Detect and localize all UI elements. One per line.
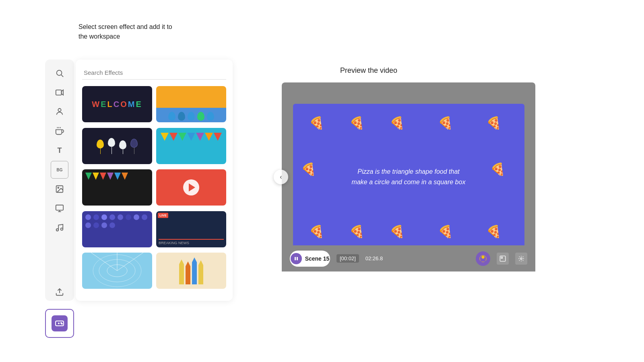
time-current: [00:02] bbox=[336, 254, 359, 263]
svg-point-29 bbox=[481, 255, 484, 258]
svg-line-22 bbox=[117, 253, 143, 271]
instruction-text: Select screen effect and add it to the w… bbox=[78, 22, 172, 41]
fullscreen-icon[interactable] bbox=[497, 253, 509, 265]
video-text-line2: make a circle and come in a square box bbox=[352, 179, 466, 185]
effects-grid: WELCOME bbox=[82, 86, 226, 290]
preview-label: Preview the video bbox=[340, 66, 397, 75]
effects-game-icon bbox=[52, 315, 68, 331]
sidebar-item-image[interactable] bbox=[51, 180, 68, 198]
time-total: 02:26.8 bbox=[365, 255, 383, 261]
pizza-emoji-8: 🍕 bbox=[309, 224, 324, 239]
instruction-line2: the workspace bbox=[78, 33, 120, 40]
svg-rect-2 bbox=[56, 90, 62, 95]
sidebar-item-text[interactable]: T bbox=[51, 142, 68, 159]
effect-thumb-dark-balloons[interactable] bbox=[82, 128, 152, 164]
svg-point-14 bbox=[61, 228, 63, 230]
sidebar-item-bg[interactable]: BG bbox=[51, 161, 68, 179]
svg-rect-27 bbox=[295, 257, 296, 260]
sidebar-item-video[interactable] bbox=[51, 84, 68, 101]
avatar-icon[interactable] bbox=[476, 251, 490, 266]
pizza-emoji-10: 🍕 bbox=[390, 224, 405, 239]
pizza-emoji-2: 🍕 bbox=[349, 116, 364, 130]
sidebar-item-screen[interactable] bbox=[51, 200, 68, 217]
svg-point-13 bbox=[56, 229, 59, 231]
svg-rect-10 bbox=[56, 205, 63, 210]
svg-point-0 bbox=[57, 70, 62, 76]
scene-label: Scene 15 bbox=[305, 255, 330, 262]
video-controls: Scene 15 [00:02] 02:26.8 bbox=[282, 245, 535, 272]
pizza-emoji-12: 🍕 bbox=[486, 224, 501, 239]
effect-thumb-dark-banners[interactable] bbox=[82, 169, 152, 206]
svg-point-4 bbox=[58, 109, 61, 111]
pizza-emoji-9: 🍕 bbox=[349, 224, 364, 239]
effect-thumb-polka[interactable] bbox=[82, 211, 152, 247]
svg-point-19 bbox=[62, 323, 62, 324]
pizza-emoji-11: 🍕 bbox=[438, 224, 453, 239]
pizza-emoji-1: 🍕 bbox=[309, 116, 324, 130]
effect-thumb-party-flags[interactable] bbox=[156, 128, 226, 164]
effect-thumb-red-play[interactable] bbox=[156, 169, 226, 206]
sidebar-item-music[interactable] bbox=[51, 219, 68, 237]
effect-thumb-news[interactable]: LIVE BREAKING NEWS bbox=[156, 211, 226, 247]
pizza-emoji-3: 🍕 bbox=[390, 116, 405, 130]
video-frame: 🍕 🍕 🍕 🍕 🍕 🍕 🍕 🍕 🍕 🍕 🍕 🍕 Pizza is the tri… bbox=[293, 104, 524, 251]
pizza-emoji-7: 🍕 bbox=[490, 162, 505, 176]
sidebar: T BG bbox=[45, 60, 74, 301]
preview-container: ‹ 🍕 🍕 🍕 🍕 🍕 🍕 🍕 🍕 🍕 🍕 🍕 🍕 Pizza is the t… bbox=[282, 82, 535, 272]
effect-thumb-spider[interactable] bbox=[82, 253, 152, 289]
nav-arrow-left[interactable]: ‹ bbox=[274, 170, 288, 184]
video-center-text: Pizza is the triangle shape food that ma… bbox=[352, 167, 466, 187]
sidebar-item-upload[interactable] bbox=[45, 283, 74, 301]
sidebar-item-search[interactable] bbox=[51, 64, 68, 82]
pizza-emoji-5: 🍕 bbox=[486, 116, 501, 130]
svg-point-9 bbox=[58, 187, 59, 188]
svg-point-33 bbox=[520, 258, 522, 259]
sidebar-item-person[interactable] bbox=[51, 103, 68, 121]
video-text-line1: Pizza is the triangle shape food that bbox=[357, 168, 460, 175]
pizza-emoji-6: 🍕 bbox=[301, 162, 316, 176]
sidebar-item-effects-active[interactable] bbox=[45, 309, 74, 338]
effect-thumb-orange-balloons[interactable] bbox=[156, 86, 226, 122]
pizza-emoji-4: 🍕 bbox=[438, 116, 453, 130]
svg-line-1 bbox=[61, 75, 63, 77]
search-input[interactable] bbox=[82, 66, 226, 80]
effects-panel: WELCOME bbox=[76, 60, 233, 301]
sidebar-item-objects[interactable] bbox=[51, 122, 68, 140]
play-button[interactable]: Scene 15 bbox=[290, 251, 330, 267]
svg-rect-32 bbox=[501, 257, 502, 258]
effect-thumb-welcome[interactable]: WELCOME bbox=[82, 86, 152, 122]
svg-rect-28 bbox=[297, 257, 298, 260]
instruction-line1: Select screen effect and add it to bbox=[78, 23, 172, 30]
settings-icon[interactable] bbox=[515, 253, 527, 265]
svg-line-21 bbox=[91, 253, 117, 271]
effect-thumb-pencils[interactable] bbox=[156, 253, 226, 289]
play-icon bbox=[291, 253, 302, 264]
